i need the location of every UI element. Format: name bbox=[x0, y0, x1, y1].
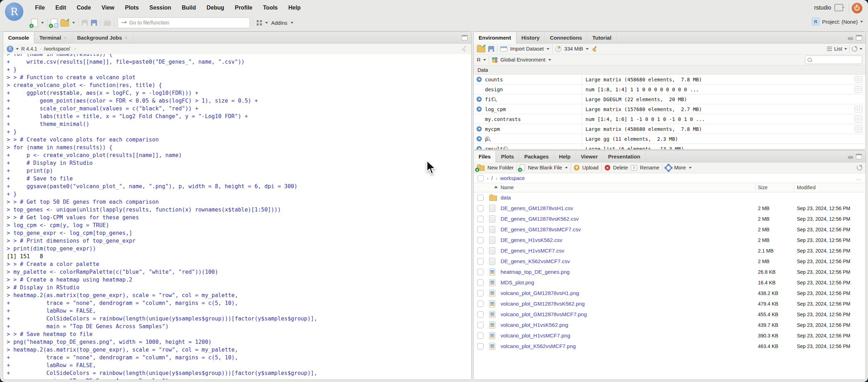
file-name-link[interactable]: DE_genes_K562vsMCF7.csv bbox=[501, 258, 570, 264]
environment-object-my.contrasts[interactable]: my.contrasts num [1:4, 1:6] 1 -1 0 0 1 0… bbox=[474, 114, 866, 124]
environment-object-log_cpm[interactable]: log_cpm Large matrix (157680 elements, 2… bbox=[474, 104, 866, 114]
menubar-item-tools[interactable]: Tools bbox=[258, 3, 283, 13]
workspace-panes-icon[interactable] bbox=[257, 20, 262, 25]
menubar-item-code[interactable]: Code bbox=[72, 3, 96, 13]
memory-usage-label[interactable]: 334 MiB bbox=[564, 46, 583, 52]
save-workspace-icon[interactable] bbox=[488, 46, 494, 52]
tab-terminal[interactable]: Terminal bbox=[34, 32, 72, 43]
file-checkbox[interactable] bbox=[477, 248, 484, 254]
close-tab-icon[interactable] bbox=[64, 35, 67, 41]
file-name-link[interactable]: volcano_plot_H1vsMCF7.png bbox=[501, 332, 570, 338]
file-row-DE_genes_GM12878vsH1.csv[interactable]: DE_genes_GM12878vsH1.csv 2 MB Sep 23, 20… bbox=[474, 203, 866, 214]
table-view-icon[interactable] bbox=[855, 116, 862, 122]
save-all-icon[interactable] bbox=[91, 20, 97, 26]
tab-tutorial[interactable]: Tutorial bbox=[587, 32, 617, 43]
file-checkbox[interactable] bbox=[477, 195, 484, 201]
file-checkbox[interactable] bbox=[477, 205, 484, 212]
file-name-link[interactable]: DE_genes_GM12878vsK562.csv bbox=[501, 216, 579, 222]
file-name-link[interactable]: volcano_plot_K562vsMCF7.png bbox=[501, 343, 576, 349]
chevron-down-icon[interactable] bbox=[41, 22, 44, 24]
file-row-volcano_plot_H1vsK562.png[interactable]: volcano_plot_H1vsK562.png 439.7 KB Sep 2… bbox=[474, 320, 866, 330]
chevron-down-icon[interactable] bbox=[72, 22, 75, 24]
print-icon[interactable] bbox=[104, 21, 111, 26]
table-view-icon[interactable] bbox=[855, 86, 862, 93]
chevron-down-icon[interactable] bbox=[844, 48, 847, 50]
breadcrumb-root-link[interactable]: / bbox=[491, 175, 493, 181]
environment-object-counts[interactable]: counts Large matrix (458680 elements, 7.… bbox=[474, 75, 866, 85]
file-row-DE_genes_H1vsMCF7.csv[interactable]: DE_genes_H1vsMCF7.csv 2.1 MB Sep 23, 202… bbox=[474, 245, 866, 256]
tab-viewer[interactable]: Viewer bbox=[576, 151, 603, 162]
file-checkbox[interactable] bbox=[477, 301, 484, 307]
expand-object-icon[interactable] bbox=[476, 126, 482, 132]
file-row-DE_genes_H1vsK562.csv[interactable]: DE_genes_H1vsK562.csv 2 MB Sep 23, 2024,… bbox=[474, 235, 866, 245]
menubar-item-plots[interactable]: Plots bbox=[120, 3, 144, 13]
minimize-pane-icon[interactable] bbox=[848, 156, 853, 159]
file-name-link[interactable]: MDS_plot.png bbox=[501, 279, 534, 285]
upload-button[interactable]: Upload bbox=[582, 165, 599, 170]
menubar-item-build[interactable]: Build bbox=[176, 3, 201, 13]
rename-button[interactable]: Rename bbox=[640, 165, 659, 170]
goto-directory-icon[interactable] bbox=[73, 46, 77, 52]
file-row-volcano_plot_GM12878vsMCF7.png[interactable]: volcano_plot_GM12878vsMCF7.png 455.4 KB … bbox=[474, 309, 866, 320]
file-checkbox[interactable] bbox=[477, 290, 484, 296]
maximize-pane-icon[interactable] bbox=[462, 35, 468, 40]
file-checkbox[interactable] bbox=[477, 311, 484, 318]
column-header-modified[interactable]: Modified bbox=[797, 185, 816, 190]
tab-plots[interactable]: Plots bbox=[496, 151, 519, 162]
tab-files[interactable]: Files bbox=[474, 151, 496, 162]
list-view-button[interactable]: List bbox=[834, 46, 842, 52]
file-checkbox[interactable] bbox=[477, 226, 484, 233]
menubar-item-session[interactable]: Session bbox=[144, 3, 176, 13]
import-dataset-button[interactable]: Import Dataset bbox=[510, 46, 544, 52]
file-name-link[interactable]: volcano_plot_GM12878vsMCF7.png bbox=[501, 311, 587, 317]
file-checkbox[interactable] bbox=[477, 237, 484, 243]
minimize-pane-icon[interactable] bbox=[848, 37, 853, 40]
file-row-data[interactable]: data bbox=[474, 192, 866, 203]
file-checkbox[interactable] bbox=[477, 269, 484, 275]
file-name-link[interactable]: DE_genes_H1vsK562.csv bbox=[501, 237, 562, 243]
file-checkbox[interactable] bbox=[477, 332, 484, 339]
column-header-name[interactable]: Name bbox=[501, 185, 514, 190]
menubar-item-view[interactable]: View bbox=[96, 3, 120, 13]
file-name-link[interactable]: DE_genes_GM12878vsH1.csv bbox=[501, 205, 573, 211]
environment-object-results[interactable]: results Large list (6 elements, 13.3 MB) bbox=[474, 144, 866, 150]
environment-object-mycpm[interactable]: mycpm Large matrix (458680 elements, 7.8… bbox=[474, 124, 866, 134]
chevron-down-icon[interactable] bbox=[860, 48, 862, 50]
inspect-object-icon[interactable] bbox=[491, 96, 497, 103]
file-row-volcano_plot_K562vsMCF7.png[interactable]: volcano_plot_K562vsMCF7.png 463.4 KB Sep… bbox=[474, 341, 866, 352]
file-row-volcano_plot_GM12878vsH1.png[interactable]: volcano_plot_GM12878vsH1.png 438.2 KB Se… bbox=[474, 288, 866, 299]
console-output-area[interactable]: > for (name in names(results)) {+ write.… bbox=[3, 54, 471, 380]
chevron-down-icon[interactable] bbox=[689, 167, 692, 169]
new-project-icon[interactable] bbox=[51, 19, 57, 27]
tab-history[interactable]: History bbox=[516, 32, 545, 43]
quit-session-icon[interactable] bbox=[852, 3, 862, 13]
chevron-down-icon[interactable] bbox=[291, 22, 293, 24]
environment-object-p[interactable]: p Large gg (11 elements, 2.3 MB) bbox=[474, 134, 866, 144]
load-workspace-icon[interactable] bbox=[477, 46, 485, 52]
file-row-heatmap_top_DE_genes.png[interactable]: heatmap_top_DE_genes.png 26.8 KB Sep 23,… bbox=[474, 267, 866, 277]
chevron-down-icon[interactable] bbox=[16, 48, 19, 50]
environment-selector[interactable]: Global Environment bbox=[500, 57, 545, 63]
file-row-DE_genes_K562vsMCF7.csv[interactable]: DE_genes_K562vsMCF7.csv 2 MB Sep 23, 202… bbox=[474, 256, 866, 267]
file-name-link[interactable]: data bbox=[501, 195, 511, 201]
file-name-link[interactable]: volcano_plot_GM12878vsH1.png bbox=[501, 290, 579, 296]
goto-file-input[interactable] bbox=[129, 19, 246, 26]
menubar-item-debug[interactable]: Debug bbox=[201, 3, 229, 13]
close-tab-icon[interactable] bbox=[125, 35, 127, 41]
column-header-size[interactable]: Size bbox=[758, 185, 767, 190]
expand-object-icon[interactable] bbox=[476, 136, 482, 141]
maximize-pane-icon[interactable] bbox=[856, 35, 862, 40]
expand-object-icon[interactable] bbox=[476, 146, 482, 150]
chevron-down-icon[interactable] bbox=[586, 48, 589, 50]
chevron-down-icon[interactable] bbox=[547, 48, 549, 50]
file-name-link[interactable]: DE_genes_H1vsMCF7.csv bbox=[501, 248, 564, 254]
save-icon[interactable] bbox=[82, 20, 88, 26]
expand-object-icon[interactable] bbox=[476, 106, 482, 112]
goto-file-box[interactable] bbox=[118, 17, 250, 28]
tab-background-jobs[interactable]: Background Jobs bbox=[72, 32, 133, 43]
table-view-icon[interactable] bbox=[855, 126, 862, 132]
file-checkbox[interactable] bbox=[477, 322, 484, 328]
file-name-link[interactable]: DE_genes_GM12878vsMCF7.csv bbox=[501, 226, 581, 232]
expand-object-icon[interactable] bbox=[476, 97, 482, 102]
file-row-MDS_plot.png[interactable]: MDS_plot.png 16.4 KB Sep 23, 2024, 12:56… bbox=[474, 277, 866, 288]
